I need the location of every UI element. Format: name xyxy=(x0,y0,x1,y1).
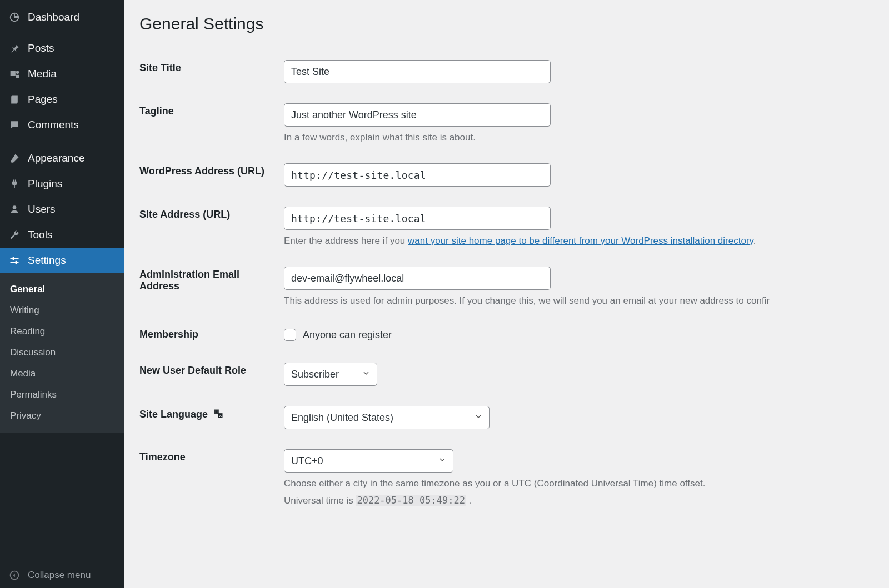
sidebar-item-label: Tools xyxy=(28,229,52,241)
submenu-item-writing[interactable]: Writing xyxy=(0,300,124,321)
submenu-item-discussion[interactable]: Discussion xyxy=(0,342,124,363)
admin-email-input[interactable] xyxy=(284,267,551,290)
timezone-help-1: Choose either a city in the same timezon… xyxy=(284,478,889,489)
svg-point-0 xyxy=(16,71,19,74)
sidebar-item-appearance[interactable]: Appearance xyxy=(0,145,124,171)
pin-icon xyxy=(8,42,21,55)
sidebar-item-tools[interactable]: Tools xyxy=(0,222,124,248)
membership-checkbox[interactable] xyxy=(284,329,296,341)
sidebar-item-pages[interactable]: Pages xyxy=(0,87,124,112)
label-site-title: Site Title xyxy=(139,50,284,93)
label-site-url: Site Address (URL) xyxy=(139,197,284,257)
timezone-help-2-prefix: Universal time is xyxy=(284,495,356,506)
label-timezone: Timezone xyxy=(139,439,284,516)
collapse-menu-label: Collapse menu xyxy=(28,570,91,581)
site-title-input[interactable] xyxy=(284,60,551,83)
sidebar-item-label: Pages xyxy=(28,93,58,105)
timezone-utc-value: 2022-05-18 05:49:22 xyxy=(356,495,466,506)
sidebar-item-label: Users xyxy=(28,203,56,215)
wrench-icon xyxy=(8,228,21,242)
label-membership: Membership xyxy=(139,316,284,353)
tagline-help: In a few words, explain what this site i… xyxy=(284,132,889,143)
timezone-help-2-suffix: . xyxy=(466,495,471,506)
page-icon xyxy=(8,93,21,106)
settings-submenu: General Writing Reading Discussion Media… xyxy=(0,273,124,433)
main-content: General Settings Site Title Tagline In a… xyxy=(124,0,889,588)
site-url-help-prefix: Enter the address here if you xyxy=(284,235,408,246)
admin-sidebar: Dashboard Posts Media Pages Comments xyxy=(0,0,124,588)
collapse-menu-button[interactable]: Collapse menu xyxy=(0,562,124,588)
dashboard-icon xyxy=(8,11,21,24)
site-url-help: Enter the address here if you want your … xyxy=(284,235,889,247)
site-url-input[interactable] xyxy=(284,207,551,230)
sidebar-item-media[interactable]: Media xyxy=(0,61,124,87)
settings-form: Site Title Tagline In a few words, expla… xyxy=(139,50,889,516)
timezone-help-2: Universal time is 2022-05-18 05:49:22 . xyxy=(284,495,889,506)
site-url-help-link[interactable]: want your site home page to be different… xyxy=(408,235,753,246)
collapse-menu: Collapse menu xyxy=(0,562,124,588)
label-site-language-text: Site Language xyxy=(139,409,208,420)
media-icon xyxy=(8,67,21,81)
sidebar-item-settings[interactable]: Settings xyxy=(0,248,124,273)
plug-icon xyxy=(8,177,21,190)
sidebar-item-label: Settings xyxy=(28,254,66,267)
sidebar-item-posts[interactable]: Posts xyxy=(0,36,124,61)
sidebar-item-users[interactable]: Users xyxy=(0,197,124,222)
sidebar-item-plugins[interactable]: Plugins xyxy=(0,171,124,197)
submenu-item-reading[interactable]: Reading xyxy=(0,321,124,342)
page-title: General Settings xyxy=(139,14,889,33)
translate-icon: A xyxy=(213,408,224,419)
label-default-role: New User Default Role xyxy=(139,353,284,396)
user-icon xyxy=(8,203,21,216)
sidebar-item-label: Media xyxy=(28,68,57,80)
submenu-item-general[interactable]: General xyxy=(0,279,124,300)
comment-icon xyxy=(8,118,21,132)
submenu-item-privacy[interactable]: Privacy xyxy=(0,405,124,426)
submenu-item-media[interactable]: Media xyxy=(0,363,124,384)
svg-rect-3 xyxy=(16,261,17,264)
tagline-input[interactable] xyxy=(284,103,551,127)
sidebar-item-comments[interactable]: Comments xyxy=(0,112,124,138)
submenu-item-permalinks[interactable]: Permalinks xyxy=(0,384,124,405)
sidebar-item-label: Comments xyxy=(28,119,79,131)
svg-point-1 xyxy=(13,205,17,209)
label-admin-email: Administration Email Address xyxy=(139,257,284,316)
sidebar-item-label: Dashboard xyxy=(28,11,79,23)
sidebar-item-label: Appearance xyxy=(28,152,84,164)
timezone-select[interactable]: UTC+0 xyxy=(284,449,453,473)
sliders-icon xyxy=(8,254,21,267)
default-role-select[interactable]: Subscriber xyxy=(284,363,377,386)
label-site-language: Site Language A xyxy=(139,396,284,439)
brush-icon xyxy=(8,152,21,165)
label-tagline: Tagline xyxy=(139,93,284,153)
wp-url-input[interactable] xyxy=(284,163,551,187)
membership-checkbox-label: Anyone can register xyxy=(303,329,392,341)
collapse-icon xyxy=(8,569,21,582)
sidebar-item-label: Posts xyxy=(28,42,54,54)
site-url-help-suffix: . xyxy=(753,235,756,246)
svg-rect-2 xyxy=(13,257,14,260)
sidebar-item-dashboard[interactable]: Dashboard xyxy=(0,4,124,30)
admin-email-help: This address is used for admin purposes.… xyxy=(284,295,889,306)
sidebar-item-label: Plugins xyxy=(28,178,62,190)
label-wp-url: WordPress Address (URL) xyxy=(139,153,284,197)
site-language-select[interactable]: English (United States) xyxy=(284,406,490,429)
